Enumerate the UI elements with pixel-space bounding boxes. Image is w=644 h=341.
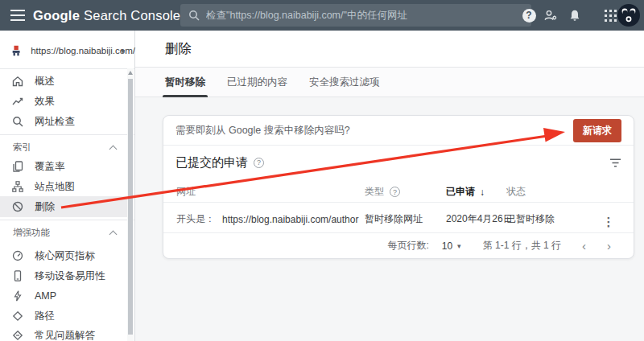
tab-label: 安全搜索过滤项 xyxy=(309,76,380,89)
column-url: 网址 xyxy=(176,185,196,199)
app-header: Google Search Console ? xyxy=(0,0,644,31)
tab-temporary-removals[interactable]: 暂时移除 xyxy=(165,68,205,97)
tab-label: 暂时移除 xyxy=(165,76,205,89)
sidebar-item-label: 核心网页指标 xyxy=(35,249,95,263)
requested-cell: 2020年4月26日 xyxy=(446,212,513,226)
sidebar-item-label: 常见问题解答 xyxy=(35,329,95,341)
previous-page-button[interactable]: ‹ xyxy=(582,240,586,252)
sidebar-item-core-web-vitals[interactable]: 核心网页指标 xyxy=(0,245,128,266)
next-page-button[interactable]: › xyxy=(607,240,611,252)
section-label: 增强功能 xyxy=(13,227,50,239)
help-circle-icon[interactable]: ? xyxy=(390,187,400,197)
sidebar-item-label: 删除 xyxy=(35,200,55,214)
sidebar-item-removals[interactable]: 删除 xyxy=(0,196,128,217)
scroll-up-icon[interactable] xyxy=(128,71,133,75)
page-title: 删除 xyxy=(165,40,192,58)
url-cell: 开头是： https://blog.naibabiji.com/author xyxy=(176,212,358,226)
divider xyxy=(0,134,134,135)
trending-up-icon xyxy=(11,95,24,108)
section-header-index[interactable]: 索引 xyxy=(0,139,128,155)
diamond-icon xyxy=(11,310,24,323)
url-value: https://blog.naibabiji.com/author xyxy=(222,214,358,225)
rows-per-page-label: 每页行数: xyxy=(387,239,428,253)
sidebar-item-mobile-usability[interactable]: 移动设备易用性 xyxy=(0,265,128,286)
column-status: 状态 xyxy=(506,185,526,199)
section-title: 已提交的申请 xyxy=(175,155,248,170)
pagination-bar: 每页行数: 10 ▾ 第 1-1 行，共 1 行 ‹ › xyxy=(163,233,634,258)
column-type: 类型 ? xyxy=(365,185,400,199)
site-favicon-icon xyxy=(10,44,22,57)
magnifier-icon xyxy=(11,115,24,128)
logo-google: Google xyxy=(33,8,80,23)
caret-down-icon[interactable]: ▾ xyxy=(457,242,461,250)
search-input[interactable] xyxy=(206,10,523,21)
section-label: 索引 xyxy=(13,142,31,154)
column-label: 已申请 xyxy=(446,185,475,199)
card-prompt-row: 需要即刻从 Google 搜索中移除内容吗? 新请求 xyxy=(163,116,634,146)
url-inspect-search-bar[interactable] xyxy=(180,4,531,27)
hamburger-menu-icon[interactable] xyxy=(10,10,25,21)
page-title-bar: 删除 xyxy=(135,31,644,68)
section-header-enhancements[interactable]: 增强功能 xyxy=(0,224,128,240)
table-header-row: 网址 类型 ? 已申请 ↓ 状态 xyxy=(163,179,634,203)
divider xyxy=(0,68,134,69)
sidebar-item-label: 移动设备易用性 xyxy=(35,269,105,283)
phone-icon xyxy=(11,269,24,282)
sidebar-item-label: 覆盖率 xyxy=(35,160,65,174)
tab-bar: 暂时移除 已过期的内容 安全搜索过滤项 xyxy=(135,68,644,97)
sidebar-item-performance[interactable]: 效果 xyxy=(0,91,128,112)
home-icon xyxy=(11,75,24,88)
prompt-text: 需要即刻从 Google 搜索中移除内容吗? xyxy=(175,124,350,138)
gauge-icon xyxy=(11,249,24,262)
sidebar-item-amp[interactable]: AMP xyxy=(0,286,128,306)
pagination-range: 第 1-1 行，共 1 行 xyxy=(483,239,561,253)
help-button[interactable]: ? xyxy=(519,6,539,25)
sidebar-item-label: 路径 xyxy=(35,310,55,323)
tab-outdated-content[interactable]: 已过期的内容 xyxy=(227,68,287,97)
sort-desc-icon: ↓ xyxy=(480,187,485,198)
url-prefix: 开头是： xyxy=(176,212,215,226)
tab-safesearch-filtering[interactable]: 安全搜索过滤项 xyxy=(309,68,380,97)
column-requested-sortable[interactable]: 已申请 ↓ xyxy=(446,185,485,199)
kebab-icon: ⋮ xyxy=(603,215,615,229)
sidebar-item-label: 站点地图 xyxy=(35,180,75,194)
help-icon: ? xyxy=(522,9,536,23)
pages-copy-icon xyxy=(11,160,24,173)
account-avatar[interactable] xyxy=(617,4,640,27)
person-gear-icon xyxy=(543,9,558,22)
main-content: 删除 暂时移除 已过期的内容 安全搜索过滤项 需要即刻从 Google 搜索中移… xyxy=(135,31,644,341)
sidebar-scrollbar[interactable] xyxy=(127,68,134,341)
sidebar-item-faq[interactable]: 常见问题解答 xyxy=(0,325,128,341)
app-logo: Google Search Console xyxy=(33,0,180,31)
status-cell: 已暂时移除 xyxy=(506,212,555,226)
help-circle-icon[interactable]: ? xyxy=(254,158,264,168)
sitemap-icon xyxy=(11,180,24,193)
tab-label: 已过期的内容 xyxy=(227,76,287,89)
rows-per-page-select[interactable]: 10 xyxy=(442,240,452,252)
new-request-button[interactable]: 新请求 xyxy=(573,119,621,142)
table-row[interactable]: 开头是： https://blog.naibabiji.com/author 暂… xyxy=(163,203,634,233)
search-icon xyxy=(188,10,200,21)
submitted-requests-header: 已提交的申请 ? xyxy=(163,146,634,179)
property-selector[interactable]: https://blog.naibabiji.com/ ▾ xyxy=(0,39,135,63)
sidebar-item-overview[interactable]: 概述 xyxy=(0,71,128,92)
sidebar-item-sitemaps[interactable]: 站点地图 xyxy=(0,176,128,197)
sidebar: https://blog.naibabiji.com/ ▾ 概述 效果 网址检查… xyxy=(0,31,135,341)
manage-users-button[interactable] xyxy=(541,6,560,25)
type-cell: 暂时移除网址 xyxy=(365,212,423,226)
remove-blocked-icon xyxy=(11,200,24,213)
sidebar-item-url-inspection[interactable]: 网址检查 xyxy=(0,111,128,132)
sidebar-item-breadcrumbs[interactable]: 路径 xyxy=(0,306,128,327)
scrollbar-thumb[interactable] xyxy=(128,79,133,335)
removals-card: 需要即刻从 Google 搜索中移除内容吗? 新请求 已提交的申请 ? 网址 类… xyxy=(163,115,634,259)
sidebar-item-coverage[interactable]: 覆盖率 xyxy=(0,156,128,177)
diamond-lines-icon xyxy=(11,329,24,341)
notifications-button[interactable] xyxy=(565,6,584,25)
rows-per-page-value: 10 xyxy=(442,240,452,252)
column-label: 类型 xyxy=(365,185,384,199)
divider xyxy=(0,220,134,220)
property-url: https://blog.naibabiji.com/ xyxy=(31,46,135,55)
row-menu-button[interactable]: ⋮ xyxy=(600,212,617,232)
sidebar-item-label: 网址检查 xyxy=(35,115,75,129)
filter-button[interactable] xyxy=(609,158,621,167)
